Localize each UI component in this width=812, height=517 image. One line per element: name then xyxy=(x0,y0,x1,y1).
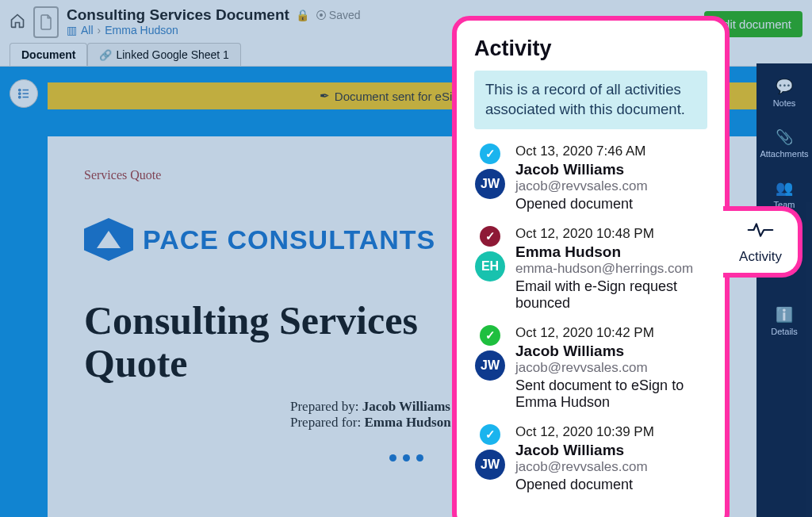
document-type-icon xyxy=(33,6,59,38)
right-rail: 💬 Notes 📎 Attachments 👥 Team ℹ️ Details xyxy=(756,63,812,517)
breadcrumb-root[interactable]: All xyxy=(81,24,94,36)
activity-item[interactable]: JWOct 12, 2020 10:42 PMJacob Williamsjac… xyxy=(474,325,707,424)
breadcrumb-person[interactable]: Emma Hudson xyxy=(105,24,178,36)
rail-activity-callout[interactable]: Activity xyxy=(723,206,802,278)
attachment-icon: 📎 xyxy=(776,128,793,146)
activity-user-name: Jacob Williams xyxy=(515,161,707,178)
activity-description: Opened document xyxy=(515,196,707,213)
activity-time: Oct 12, 2020 10:39 PM xyxy=(515,424,707,440)
rail-details-label: Details xyxy=(771,327,798,336)
activity-list: JWOct 13, 2020 7:46 AMJacob Williamsjaco… xyxy=(474,144,707,507)
activity-panel: Activity This is a record of all activit… xyxy=(452,16,730,517)
tab-linked-label: Linked Google Sheet 1 xyxy=(116,48,228,61)
doc-kicker: Services Quote xyxy=(84,168,161,183)
status-icon xyxy=(480,424,500,445)
brand-name: PACE CONSULTANTS xyxy=(143,224,435,255)
team-icon: 👥 xyxy=(776,179,793,197)
tab-linked-sheet[interactable]: 🔗 Linked Google Sheet 1 xyxy=(87,43,240,66)
avatar: JW xyxy=(475,450,505,480)
avatar: EH xyxy=(475,251,505,281)
activity-title: Activity xyxy=(474,36,707,61)
avatar: JW xyxy=(475,350,505,381)
activity-icon xyxy=(747,220,774,246)
lock-icon: 🔒 xyxy=(296,9,309,21)
tab-document-label: Document xyxy=(21,48,75,61)
activity-description: Email with e-Sign request bounced xyxy=(515,278,707,312)
activity-user-name: Jacob Williams xyxy=(515,343,707,360)
brand-logo xyxy=(84,218,133,261)
activity-description: Sent document to eSign to Emma Hudson xyxy=(515,377,707,412)
activity-user-name: Jacob Williams xyxy=(515,442,707,459)
checkmark-icon: ⦿ xyxy=(316,9,327,21)
document-title: Consulting Services Document xyxy=(67,6,289,24)
notes-icon: 💬 xyxy=(776,78,793,95)
home-icon[interactable] xyxy=(10,13,25,33)
outline-button[interactable] xyxy=(10,79,38,108)
activity-item[interactable]: EHOct 12, 2020 10:48 PMEmma Hudsonemma-h… xyxy=(474,226,707,325)
activity-user-name: Emma Hudson xyxy=(515,243,707,261)
saved-label: Saved xyxy=(329,9,361,21)
svg-point-0 xyxy=(19,89,21,90)
prepared-for-name: Emma Hudson xyxy=(364,415,450,430)
activity-item[interactable]: JWOct 13, 2020 7:46 AMJacob Williamsjaco… xyxy=(474,144,707,226)
activity-description: Opened document xyxy=(515,477,707,494)
rail-team[interactable]: 👥 Team xyxy=(774,179,795,209)
activity-user-email: jacob@revvsales.com xyxy=(515,459,707,475)
prepared-by-label: Prepared by: xyxy=(290,399,358,414)
link-icon: 🔗 xyxy=(99,49,112,61)
avatar: JW xyxy=(475,169,505,199)
activity-user-email: jacob@revvsales.com xyxy=(515,178,707,194)
prepared-by-name: Jacob Williams xyxy=(362,399,450,414)
prepared-for-label: Prepared for: xyxy=(290,415,361,430)
signature-icon: ✒︎ xyxy=(320,89,330,103)
activity-user-email: jacob@revvsales.com xyxy=(515,360,707,376)
rail-notes-label: Notes xyxy=(773,98,796,108)
activity-info: This is a record of all activities assoc… xyxy=(474,71,707,129)
svg-point-2 xyxy=(19,93,21,94)
activity-item[interactable]: JWOct 12, 2020 10:39 PMJacob Williamsjac… xyxy=(474,424,707,507)
rail-activity-label: Activity xyxy=(739,249,782,265)
status-icon xyxy=(480,144,500,164)
breadcrumb-separator: › xyxy=(98,24,102,36)
rail-attachments[interactable]: 📎 Attachments xyxy=(760,128,808,159)
activity-time: Oct 12, 2020 10:42 PM xyxy=(515,325,707,341)
rail-details[interactable]: ℹ️ Details xyxy=(771,306,798,336)
rail-attachments-label: Attachments xyxy=(760,149,808,159)
activity-user-email: emma-hudson@herrings.com xyxy=(515,261,707,277)
svg-point-4 xyxy=(19,96,21,98)
saved-indicator: ⦿ Saved xyxy=(316,9,361,21)
status-icon xyxy=(480,325,500,346)
tab-document[interactable]: Document xyxy=(10,43,87,66)
folder-icon: ▥ xyxy=(67,24,77,36)
activity-time: Oct 13, 2020 7:46 AM xyxy=(515,144,707,159)
rail-notes[interactable]: 💬 Notes xyxy=(773,78,796,108)
status-icon xyxy=(480,226,500,247)
activity-time: Oct 12, 2020 10:48 PM xyxy=(515,226,707,242)
breadcrumb[interactable]: ▥ All › Emma Hudson xyxy=(67,24,361,36)
details-icon: ℹ️ xyxy=(776,306,793,324)
